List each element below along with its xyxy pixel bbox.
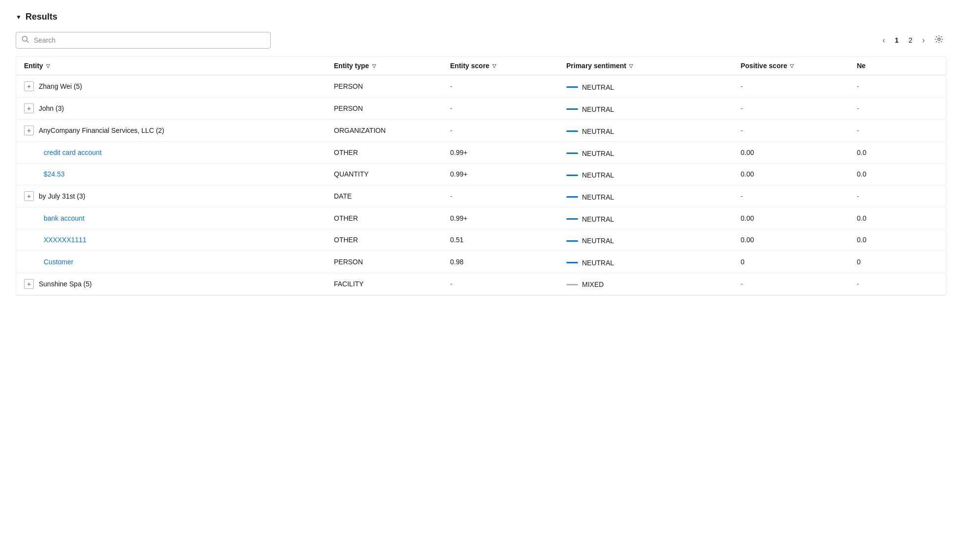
entity-cell-row-amount: $24.53: [24, 170, 318, 178]
positive-cell-row-xxxxxx: 0.00: [733, 229, 849, 251]
score-cell-row-xxxxxx: 0.51: [442, 229, 558, 251]
neutral-sentiment-icon: [566, 240, 578, 242]
type-cell-row-xxxxxx: OTHER: [326, 229, 442, 251]
sentiment-label-row-john: NEUTRAL: [582, 105, 614, 113]
positive-cell-row-amount: 0.00: [733, 163, 849, 185]
score-cell-row-zhang-wei: -: [442, 75, 558, 98]
expand-button-row-july[interactable]: +: [24, 191, 34, 201]
expand-button-row-sunshine-spa[interactable]: +: [24, 279, 34, 289]
column-header-positive[interactable]: Positive score ▽: [733, 57, 849, 75]
entity-link-row-amount[interactable]: $24.53: [44, 170, 65, 178]
settings-button[interactable]: [932, 33, 946, 48]
score-cell-row-credit-card: 0.99+: [442, 142, 558, 164]
type-sort-icon: ▽: [372, 63, 376, 69]
table-row: +Sunshine Spa (5)FACILITY-MIXED--: [16, 273, 946, 295]
expand-button-row-zhang-wei[interactable]: +: [24, 81, 34, 91]
pagination-page-1[interactable]: 1: [892, 34, 902, 46]
neutral-sentiment-icon: [566, 218, 578, 220]
results-table: Entity ▽ Entity type ▽ Entity score: [16, 57, 946, 295]
toolbar: ‹ 1 2 ›: [16, 32, 946, 49]
table-row: $24.53QUANTITY0.99+NEUTRAL0.000.0: [16, 163, 946, 185]
sentiment-cell-row-anycompany: NEUTRAL: [558, 120, 733, 142]
type-cell-row-john: PERSON: [326, 98, 442, 120]
type-cell-row-bank-account: OTHER: [326, 207, 442, 229]
column-header-type[interactable]: Entity type ▽: [326, 57, 442, 75]
sentiment-label-row-sunshine-spa: MIXED: [582, 280, 604, 288]
entity-sort-icon: ▽: [46, 63, 50, 69]
pagination-next-button[interactable]: ›: [919, 34, 928, 47]
table-row: +by July 31st (3)DATE-NEUTRAL--: [16, 185, 946, 207]
entity-cell-row-customer: Customer: [24, 258, 318, 266]
positive-cell-row-customer: 0: [733, 251, 849, 273]
search-icon: [22, 36, 29, 45]
expand-button-row-john[interactable]: +: [24, 103, 34, 113]
sentiment-label-row-anycompany: NEUTRAL: [582, 127, 614, 135]
column-header-score[interactable]: Entity score ▽: [442, 57, 558, 75]
entity-cell-row-anycompany: +AnyCompany Financial Services, LLC (2): [24, 126, 318, 135]
score-cell-row-anycompany: -: [442, 120, 558, 142]
column-header-sentiment[interactable]: Primary sentiment ▽: [558, 57, 733, 75]
results-collapse-icon[interactable]: ▼: [16, 14, 22, 21]
svg-line-1: [27, 41, 29, 43]
neutral-sentiment-icon: [566, 86, 578, 88]
table-row: +John (3)PERSON-NEUTRAL--: [16, 98, 946, 120]
table-row: +AnyCompany Financial Services, LLC (2)O…: [16, 120, 946, 142]
entity-link-row-xxxxxx[interactable]: XXXXXX1111: [44, 236, 86, 244]
entity-cell-row-bank-account: bank account: [24, 214, 318, 222]
sentiment-cell-row-john: NEUTRAL: [558, 98, 733, 120]
sentiment-label-row-xxxxxx: NEUTRAL: [582, 237, 614, 245]
entity-link-row-customer[interactable]: Customer: [44, 258, 74, 266]
entity-cell-row-sunshine-spa: +Sunshine Spa (5): [24, 279, 318, 289]
positive-cell-row-anycompany: -: [733, 120, 849, 142]
entity-link-row-bank-account[interactable]: bank account: [44, 214, 84, 222]
type-cell-row-customer: PERSON: [326, 251, 442, 273]
positive-cell-row-bank-account: 0.00: [733, 207, 849, 229]
column-header-entity[interactable]: Entity ▽: [16, 57, 326, 75]
score-sort-icon: ▽: [492, 63, 496, 69]
entity-cell-row-john: +John (3): [24, 103, 318, 113]
score-cell-row-amount: 0.99+: [442, 163, 558, 185]
sentiment-cell-row-zhang-wei: NEUTRAL: [558, 75, 733, 98]
table-row: credit card accountOTHER0.99+NEUTRAL0.00…: [16, 142, 946, 164]
svg-point-2: [938, 38, 940, 41]
positive-cell-row-july: -: [733, 185, 849, 207]
pagination-prev-button[interactable]: ‹: [880, 34, 888, 47]
negative-cell-row-xxxxxx: 0.0: [849, 229, 946, 251]
pagination-controls: ‹ 1 2 ›: [880, 33, 946, 48]
score-cell-row-july: -: [442, 185, 558, 207]
sentiment-label-row-july: NEUTRAL: [582, 193, 614, 201]
sentiment-cell-row-sunshine-spa: MIXED: [558, 273, 733, 295]
sentiment-cell-row-credit-card: NEUTRAL: [558, 142, 733, 164]
pagination-page-2[interactable]: 2: [906, 34, 915, 46]
sentiment-cell-row-bank-account: NEUTRAL: [558, 207, 733, 229]
entity-cell-row-july: +by July 31st (3): [24, 191, 318, 201]
table-row: CustomerPERSON0.98NEUTRAL00: [16, 251, 946, 273]
type-cell-row-sunshine-spa: FACILITY: [326, 273, 442, 295]
type-cell-row-credit-card: OTHER: [326, 142, 442, 164]
table-row: bank accountOTHER0.99+NEUTRAL0.000.0: [16, 207, 946, 229]
table-header-row: Entity ▽ Entity type ▽ Entity score: [16, 57, 946, 75]
score-cell-row-bank-account: 0.99+: [442, 207, 558, 229]
type-cell-row-zhang-wei: PERSON: [326, 75, 442, 98]
sentiment-sort-icon: ▽: [629, 63, 633, 69]
sentiment-cell-row-july: NEUTRAL: [558, 185, 733, 207]
entity-label-row-sunshine-spa: Sunshine Spa (5): [39, 280, 92, 288]
expand-button-row-anycompany[interactable]: +: [24, 126, 34, 135]
negative-cell-row-bank-account: 0.0: [849, 207, 946, 229]
negative-cell-row-july: -: [849, 185, 946, 207]
type-cell-row-july: DATE: [326, 185, 442, 207]
entity-label-row-anycompany: AnyCompany Financial Services, LLC (2): [39, 127, 164, 134]
entity-link-row-credit-card[interactable]: credit card account: [44, 149, 101, 156]
positive-cell-row-zhang-wei: -: [733, 75, 849, 98]
negative-cell-row-credit-card: 0.0: [849, 142, 946, 164]
sentiment-cell-row-xxxxxx: NEUTRAL: [558, 229, 733, 251]
score-cell-row-john: -: [442, 98, 558, 120]
neutral-sentiment-icon: [566, 130, 578, 132]
neutral-sentiment-icon: [566, 153, 578, 154]
table-row: XXXXXX1111OTHER0.51NEUTRAL0.000.0: [16, 229, 946, 251]
sentiment-label-row-customer: NEUTRAL: [582, 259, 614, 267]
search-input[interactable]: [16, 32, 271, 49]
sentiment-cell-row-customer: NEUTRAL: [558, 251, 733, 273]
neutral-sentiment-icon: [566, 175, 578, 176]
type-cell-row-anycompany: ORGANIZATION: [326, 120, 442, 142]
